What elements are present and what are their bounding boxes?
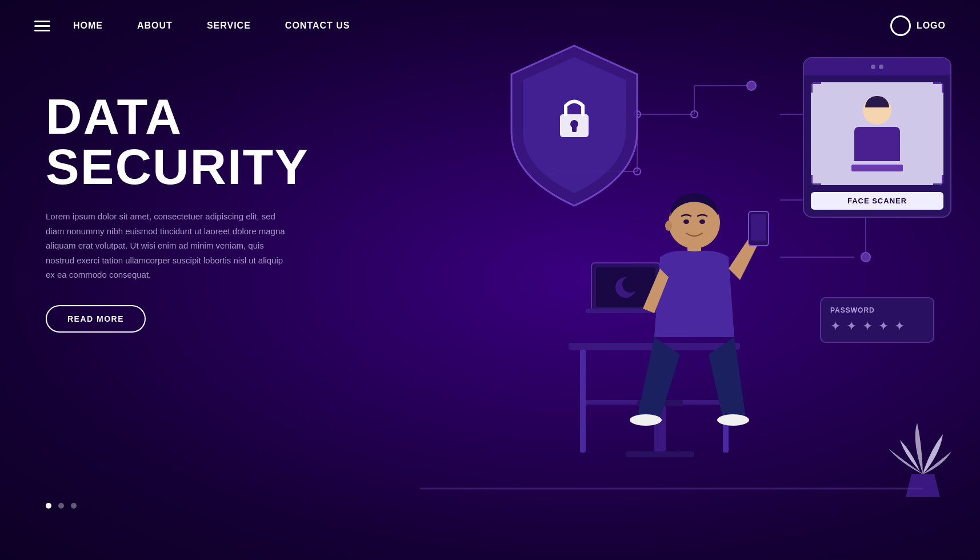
dot-1[interactable] [46,503,51,509]
svg-point-42 [683,219,689,224]
logo-circle [890,15,911,36]
scan-corner-tr [933,82,943,93]
scan-corner-br [933,175,943,185]
nav-about[interactable]: ABOUT [137,21,173,30]
phone-dot-1 [871,65,875,69]
nav-service[interactable]: SERVICE [207,21,251,30]
pw-star-4: ✦ [878,319,889,334]
silhouette-head [863,96,891,125]
dot-2[interactable] [58,503,64,509]
hero-title: DATA SECURITY [46,91,331,192]
menu-icon[interactable] [34,21,50,31]
slide-indicators [46,503,77,509]
scan-corner-bl [811,175,821,185]
phone-dot-2 [879,65,883,69]
scan-corner-tl [811,82,821,93]
svg-point-43 [699,219,705,224]
person-silhouette [851,96,903,171]
shield-shape [511,46,637,206]
read-more-button[interactable]: READ MORE [46,305,146,333]
svg-rect-39 [751,214,766,241]
title-line2: SECURITY [46,142,331,192]
silhouette-laptop [851,165,903,171]
phone-top-bar [804,58,950,75]
pw-star-2: ✦ [846,319,857,334]
nav-contact[interactable]: CONTACT US [285,21,350,30]
svg-rect-29 [626,451,694,457]
pw-star-1: ✦ [830,319,841,334]
password-stars: ✦ ✦ ✦ ✦ ✦ [830,319,924,334]
logo: LOGO [890,15,946,36]
hero-description: Lorem ipsum dolor sit amet, consectetuer… [46,209,286,282]
title-line1: DATA [46,91,331,142]
svg-rect-24 [580,350,586,453]
plant-illustration [889,423,951,497]
svg-point-36 [665,221,672,231]
svg-point-33 [622,277,638,293]
svg-rect-22 [572,124,577,132]
nav-links: HOME ABOUT SERVICE CONTACT US [73,21,890,31]
svg-point-18 [861,253,870,262]
face-scanner-card: FACE SCANER [803,57,951,218]
silhouette-body [854,127,900,161]
pw-star-3: ✦ [862,319,873,334]
silhouette-hair [865,96,889,107]
password-card: PASSWORD ✦ ✦ ✦ ✦ ✦ [820,297,934,343]
hero-content: DATA SECURITY Lorem ipsum dolor sit amet… [46,91,331,333]
pw-star-5: ✦ [894,319,905,334]
svg-point-40 [630,414,662,426]
person [630,193,769,426]
logo-label: LOGO [917,21,946,31]
svg-point-14 [747,81,756,90]
illustration-area: FACE SCANER PASSWORD ✦ ✦ ✦ ✦ ✦ [351,0,980,560]
face-scan-area [811,82,943,185]
face-scanner-label: FACE SCANER [811,192,943,210]
dot-3[interactable] [71,503,77,509]
navbar: HOME ABOUT SERVICE CONTACT US LOGO [0,0,980,51]
svg-point-41 [717,414,749,426]
nav-home[interactable]: HOME [73,21,103,30]
password-label: PASSWORD [830,306,924,314]
